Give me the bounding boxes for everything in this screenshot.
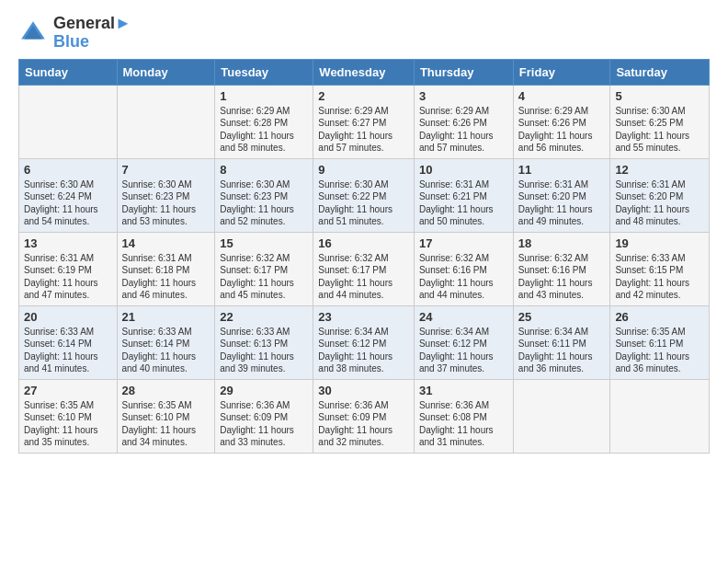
calendar-cell: 12Sunrise: 6:31 AM Sunset: 6:20 PM Dayli…: [610, 158, 710, 232]
day-info: Sunrise: 6:32 AM Sunset: 6:16 PM Dayligh…: [419, 252, 508, 302]
day-info: Sunrise: 6:31 AM Sunset: 6:20 PM Dayligh…: [615, 178, 704, 228]
weekday-header: Wednesday: [313, 59, 415, 85]
day-info: Sunrise: 6:30 AM Sunset: 6:25 PM Dayligh…: [615, 105, 704, 155]
day-info: Sunrise: 6:33 AM Sunset: 6:14 PM Dayligh…: [122, 326, 210, 375]
calendar-cell: 24Sunrise: 6:34 AM Sunset: 6:12 PM Dayli…: [414, 305, 513, 379]
calendar-cell: 27Sunrise: 6:35 AM Sunset: 6:10 PM Dayli…: [19, 379, 118, 453]
day-number: 23: [318, 310, 409, 324]
calendar-cell: 20Sunrise: 6:33 AM Sunset: 6:14 PM Dayli…: [19, 305, 118, 379]
day-number: 24: [419, 310, 508, 324]
weekday-header: Thursday: [414, 59, 513, 85]
day-info: Sunrise: 6:31 AM Sunset: 6:21 PM Dayligh…: [419, 178, 508, 228]
day-number: 25: [518, 310, 606, 324]
day-info: Sunrise: 6:34 AM Sunset: 6:12 PM Dayligh…: [419, 326, 508, 375]
day-info: Sunrise: 6:31 AM Sunset: 6:18 PM Dayligh…: [122, 252, 210, 302]
calendar-cell: 6Sunrise: 6:30 AM Sunset: 6:24 PM Daylig…: [19, 158, 118, 232]
day-number: 28: [122, 384, 210, 397]
day-number: 5: [615, 89, 704, 103]
day-number: 1: [220, 89, 308, 103]
day-number: 8: [220, 163, 308, 177]
day-info: Sunrise: 6:33 AM Sunset: 6:14 PM Dayligh…: [24, 326, 112, 375]
calendar-cell: 21Sunrise: 6:33 AM Sunset: 6:14 PM Dayli…: [117, 305, 215, 379]
day-info: Sunrise: 6:32 AM Sunset: 6:17 PM Dayligh…: [318, 252, 409, 302]
day-info: Sunrise: 6:33 AM Sunset: 6:15 PM Dayligh…: [615, 252, 704, 302]
day-number: 16: [318, 236, 409, 250]
calendar-week-row: 6Sunrise: 6:30 AM Sunset: 6:24 PM Daylig…: [19, 158, 710, 232]
day-info: Sunrise: 6:32 AM Sunset: 6:17 PM Dayligh…: [220, 252, 308, 302]
calendar-cell: 5Sunrise: 6:30 AM Sunset: 6:25 PM Daylig…: [610, 85, 710, 158]
day-info: Sunrise: 6:30 AM Sunset: 6:23 PM Dayligh…: [122, 178, 210, 228]
day-number: 10: [419, 163, 508, 177]
calendar-cell: [610, 379, 710, 453]
calendar-week-row: 1Sunrise: 6:29 AM Sunset: 6:28 PM Daylig…: [19, 85, 710, 158]
calendar-cell: 7Sunrise: 6:30 AM Sunset: 6:23 PM Daylig…: [117, 158, 215, 232]
calendar-cell: 14Sunrise: 6:31 AM Sunset: 6:18 PM Dayli…: [117, 232, 215, 305]
calendar-cell: [19, 85, 118, 158]
calendar-cell: 19Sunrise: 6:33 AM Sunset: 6:15 PM Dayli…: [610, 232, 710, 305]
day-info: Sunrise: 6:29 AM Sunset: 6:28 PM Dayligh…: [220, 105, 308, 155]
calendar-cell: 4Sunrise: 6:29 AM Sunset: 6:26 PM Daylig…: [513, 85, 610, 158]
weekday-header: Monday: [117, 59, 215, 85]
day-number: 31: [419, 384, 508, 397]
weekday-header: Saturday: [610, 59, 710, 85]
calendar-cell: [513, 379, 610, 453]
calendar-week-row: 27Sunrise: 6:35 AM Sunset: 6:10 PM Dayli…: [19, 379, 710, 453]
day-info: Sunrise: 6:36 AM Sunset: 6:09 PM Dayligh…: [318, 399, 409, 449]
day-number: 6: [24, 163, 112, 177]
day-info: Sunrise: 6:34 AM Sunset: 6:12 PM Dayligh…: [318, 326, 409, 375]
calendar-cell: 25Sunrise: 6:34 AM Sunset: 6:11 PM Dayli…: [513, 305, 610, 379]
day-info: Sunrise: 6:31 AM Sunset: 6:20 PM Dayligh…: [518, 178, 606, 228]
day-number: 12: [615, 163, 704, 177]
day-number: 30: [318, 384, 409, 397]
day-number: 21: [122, 310, 210, 324]
calendar-cell: 16Sunrise: 6:32 AM Sunset: 6:17 PM Dayli…: [313, 232, 415, 305]
calendar-cell: 22Sunrise: 6:33 AM Sunset: 6:13 PM Dayli…: [215, 305, 313, 379]
calendar-cell: 2Sunrise: 6:29 AM Sunset: 6:27 PM Daylig…: [313, 85, 415, 158]
day-number: 4: [518, 89, 606, 103]
calendar-cell: 3Sunrise: 6:29 AM Sunset: 6:26 PM Daylig…: [414, 85, 513, 158]
calendar-cell: 30Sunrise: 6:36 AM Sunset: 6:09 PM Dayli…: [313, 379, 415, 453]
calendar-cell: 26Sunrise: 6:35 AM Sunset: 6:11 PM Dayli…: [610, 305, 710, 379]
day-number: 19: [615, 236, 704, 250]
day-info: Sunrise: 6:30 AM Sunset: 6:24 PM Dayligh…: [24, 178, 112, 228]
day-number: 14: [122, 236, 210, 250]
day-info: Sunrise: 6:29 AM Sunset: 6:26 PM Dayligh…: [518, 105, 606, 155]
calendar-cell: 23Sunrise: 6:34 AM Sunset: 6:12 PM Dayli…: [313, 305, 415, 379]
logo-icon: [18, 18, 48, 48]
day-number: 22: [220, 310, 308, 324]
day-info: Sunrise: 6:30 AM Sunset: 6:22 PM Dayligh…: [318, 178, 409, 228]
day-info: Sunrise: 6:36 AM Sunset: 6:09 PM Dayligh…: [220, 399, 308, 449]
day-info: Sunrise: 6:35 AM Sunset: 6:10 PM Dayligh…: [122, 399, 210, 449]
weekday-header: Tuesday: [215, 59, 313, 85]
calendar-cell: 17Sunrise: 6:32 AM Sunset: 6:16 PM Dayli…: [414, 232, 513, 305]
calendar-header: SundayMondayTuesdayWednesdayThursdayFrid…: [19, 59, 710, 85]
day-info: Sunrise: 6:35 AM Sunset: 6:10 PM Dayligh…: [24, 399, 112, 449]
day-number: 26: [615, 310, 704, 324]
day-number: 11: [518, 163, 606, 177]
day-number: 13: [24, 236, 112, 250]
day-number: 17: [419, 236, 508, 250]
day-info: Sunrise: 6:34 AM Sunset: 6:11 PM Dayligh…: [518, 326, 606, 375]
logo-text: General► Blue: [53, 15, 131, 52]
calendar-week-row: 13Sunrise: 6:31 AM Sunset: 6:19 PM Dayli…: [19, 232, 710, 305]
logo: General► Blue: [18, 15, 131, 52]
calendar-cell: [117, 85, 215, 158]
calendar-week-row: 20Sunrise: 6:33 AM Sunset: 6:14 PM Dayli…: [19, 305, 710, 379]
day-info: Sunrise: 6:32 AM Sunset: 6:16 PM Dayligh…: [518, 252, 606, 302]
calendar-cell: 9Sunrise: 6:30 AM Sunset: 6:22 PM Daylig…: [313, 158, 415, 232]
day-number: 3: [419, 89, 508, 103]
calendar-table: SundayMondayTuesdayWednesdayThursdayFrid…: [18, 59, 710, 454]
calendar-cell: 29Sunrise: 6:36 AM Sunset: 6:09 PM Dayli…: [215, 379, 313, 453]
day-number: 7: [122, 163, 210, 177]
calendar-cell: 31Sunrise: 6:36 AM Sunset: 6:08 PM Dayli…: [414, 379, 513, 453]
calendar-cell: 11Sunrise: 6:31 AM Sunset: 6:20 PM Dayli…: [513, 158, 610, 232]
day-number: 2: [318, 89, 409, 103]
day-info: Sunrise: 6:31 AM Sunset: 6:19 PM Dayligh…: [24, 252, 112, 302]
calendar-cell: 1Sunrise: 6:29 AM Sunset: 6:28 PM Daylig…: [215, 85, 313, 158]
day-info: Sunrise: 6:29 AM Sunset: 6:26 PM Dayligh…: [419, 105, 508, 155]
day-info: Sunrise: 6:30 AM Sunset: 6:23 PM Dayligh…: [220, 178, 308, 228]
day-info: Sunrise: 6:29 AM Sunset: 6:27 PM Dayligh…: [318, 105, 409, 155]
day-number: 20: [24, 310, 112, 324]
weekday-header: Friday: [513, 59, 610, 85]
day-number: 9: [318, 163, 409, 177]
